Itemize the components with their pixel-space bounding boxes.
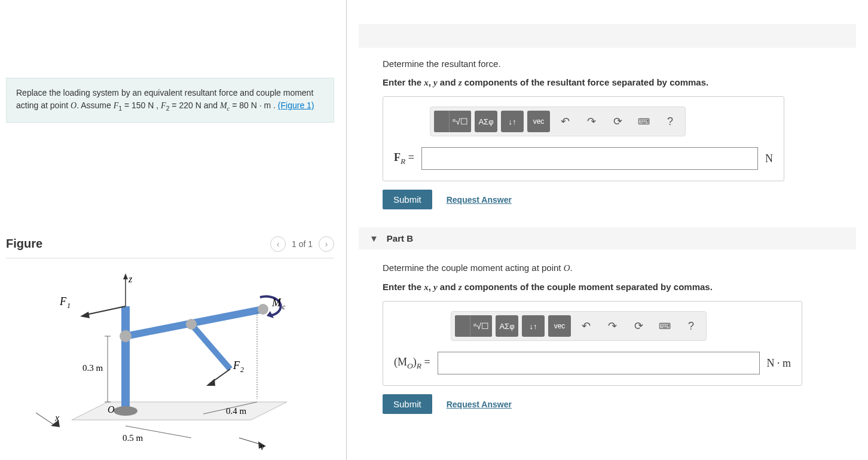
point-O: O xyxy=(71,101,77,110)
svg-text:c: c xyxy=(282,303,286,311)
undo-button[interactable]: ↶ xyxy=(554,111,576,132)
submit-button-b[interactable]: Submit xyxy=(383,394,432,414)
template-group-b[interactable]: ⁿ√☐ xyxy=(455,315,492,337)
redo-button-b[interactable]: ↷ xyxy=(601,315,624,337)
subscript-button[interactable]: ↓↑ xyxy=(501,111,524,132)
svg-point-5 xyxy=(120,330,132,342)
problem-statement: Replace the loading system by an equival… xyxy=(6,78,334,123)
svg-marker-0 xyxy=(72,402,287,420)
axis-z-label: z xyxy=(128,274,133,284)
request-answer-b[interactable]: Request Answer xyxy=(447,400,512,409)
dim-03: 0.3 m xyxy=(82,363,103,373)
part-a-answer-box: ⁿ√☐ ΑΣφ ↓↑ vec ↶ ↷ ⟳ ⌨ ? FR = N xyxy=(383,96,784,181)
keyboard-button[interactable]: ⌨ xyxy=(632,111,655,132)
greek-button-b[interactable]: ΑΣφ xyxy=(496,315,518,337)
help-button-b[interactable]: ? xyxy=(680,315,702,337)
figure-diagram: z F 1 M c F 2 0.3 m 0.5 m 0.4 m O x y xyxy=(36,264,299,450)
prev-figure-button[interactable]: ‹ xyxy=(270,236,286,252)
part-b-input[interactable] xyxy=(438,352,760,374)
subscript-button-b[interactable]: ↓↑ xyxy=(522,315,545,337)
left-pane: Replace the loading system by an equival… xyxy=(0,0,347,460)
part-b-title: Part B xyxy=(387,233,413,243)
help-button[interactable]: ? xyxy=(659,111,681,132)
submit-button-a[interactable]: Submit xyxy=(383,190,432,209)
equation-toolbar-b: ⁿ√☐ ΑΣφ ↓↑ vec ↶ ↷ ⟳ ⌨ ? xyxy=(451,311,707,341)
svg-text:1: 1 xyxy=(67,301,71,310)
right-pane: Determine the resultant force. Enter the… xyxy=(347,0,868,460)
part-b-answer-row: (MO)R = N · m xyxy=(394,352,791,374)
svg-point-6 xyxy=(186,319,197,330)
part-a-question: Determine the resultant force. xyxy=(383,59,856,69)
part-a-unit: N xyxy=(765,153,773,165)
reset-button-b[interactable]: ⟳ xyxy=(627,315,650,337)
figure-title: Figure xyxy=(6,237,42,251)
template-group[interactable]: ⁿ√☐ xyxy=(434,111,471,132)
figure-header: Figure ‹ 1 of 1 › xyxy=(6,236,334,258)
reset-button[interactable]: ⟳ xyxy=(606,111,629,132)
root-icon-b[interactable]: ⁿ√☐ xyxy=(470,315,492,337)
undo-button-b[interactable]: ↶ xyxy=(574,315,597,337)
vector-button[interactable]: vec xyxy=(527,111,550,132)
redo-button[interactable]: ↷ xyxy=(580,111,603,132)
request-answer-a[interactable]: Request Answer xyxy=(447,195,512,205)
svg-text:2: 2 xyxy=(240,365,244,374)
next-figure-button[interactable]: › xyxy=(319,236,334,252)
pager-label: 1 of 1 xyxy=(292,239,313,249)
part-a-input[interactable] xyxy=(421,147,758,170)
dim-04: 0.4 m xyxy=(226,406,247,416)
figure-link[interactable]: (Figure 1) xyxy=(278,100,314,110)
figure-pager: ‹ 1 of 1 › xyxy=(270,236,334,252)
part-b-header[interactable]: ▼ Part B xyxy=(359,227,856,249)
svg-point-2 xyxy=(114,406,137,416)
svg-line-11 xyxy=(84,306,126,315)
f1-label: F xyxy=(59,296,67,307)
part-a-answer-row: FR = N xyxy=(394,147,773,170)
f2-label: F xyxy=(233,360,240,371)
part-a-lhs: FR = xyxy=(394,151,414,166)
axis-x-label: x xyxy=(54,413,59,423)
svg-point-7 xyxy=(258,304,268,315)
collapse-icon[interactable]: ▼ xyxy=(369,233,378,243)
part-b-answer-box: ⁿ√☐ ΑΣφ ↓↑ vec ↶ ↷ ⟳ ⌨ ? (MO)R = N · m xyxy=(383,301,802,386)
axis-y-label: y xyxy=(259,441,265,450)
dim-05: 0.5 m xyxy=(123,433,143,443)
part-b-question: Determine the couple moment acting at po… xyxy=(383,263,856,273)
greek-button[interactable]: ΑΣφ xyxy=(475,111,497,132)
part-a-instruction: Enter the x, y and z components of the r… xyxy=(383,77,856,88)
svg-marker-14 xyxy=(206,379,215,386)
part-a-header-bar xyxy=(359,24,856,48)
part-b-instruction: Enter the x, y and z components of the c… xyxy=(383,282,856,293)
part-b-unit: N · m xyxy=(767,357,791,370)
origin-label: O xyxy=(108,404,115,415)
root-icon[interactable]: ⁿ√☐ xyxy=(450,111,471,132)
svg-line-15 xyxy=(36,413,54,425)
svg-marker-9 xyxy=(123,273,128,279)
part-a-submit-row: Submit Request Answer xyxy=(383,190,856,209)
svg-marker-12 xyxy=(80,312,90,318)
part-b-lhs: (MO)R = xyxy=(394,356,430,371)
svg-line-4 xyxy=(191,324,230,369)
figure-area[interactable]: z F 1 M c F 2 0.3 m 0.5 m 0.4 m O x y xyxy=(6,264,334,456)
vector-button-b[interactable]: vec xyxy=(548,315,571,337)
keyboard-button-b[interactable]: ⌨ xyxy=(653,315,676,337)
mc-label: M xyxy=(271,297,282,309)
equation-toolbar-a: ⁿ√☐ ΑΣφ ↓↑ vec ↶ ↷ ⟳ ⌨ ? xyxy=(430,106,686,136)
part-b-submit-row: Submit Request Answer xyxy=(383,394,856,414)
